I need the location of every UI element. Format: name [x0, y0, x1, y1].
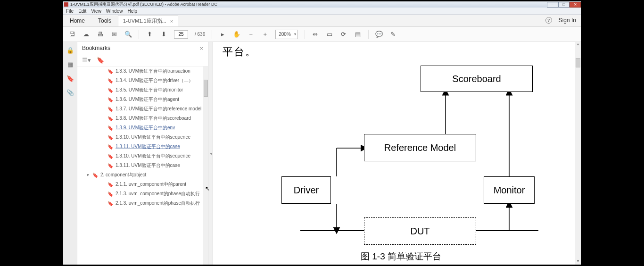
tab-document-label: 1-UVM1.1应用指... — [123, 17, 166, 25]
bookmarks-list[interactable]: 🔖1.3.3. UVM验证平台中的transaction🔖1.3.4. UVM验… — [77, 66, 208, 265]
page-scrollbar[interactable]: ▴ ▾ — [575, 42, 581, 265]
bookmark-label: 1.3.10. UVM验证平台中的sequence — [116, 153, 190, 159]
bookmark-icon: 🔖 — [107, 78, 113, 83]
lock-icon[interactable]: 🔒 — [66, 47, 74, 54]
bookmark-label: 1.3.4. UVM验证平台中的driver（二） — [116, 77, 193, 84]
page-down-icon[interactable]: ⬇ — [160, 31, 167, 38]
figure-caption: 图 1-3 简单验证平台 — [361, 250, 441, 263]
new-bookmark-icon[interactable]: 🔖 — [97, 57, 104, 64]
menu-window[interactable]: Window — [106, 8, 123, 14]
zoom-select[interactable]: 200% — [275, 30, 298, 39]
selection-icon[interactable]: ▸ — [219, 31, 226, 38]
panel-collapse-handle[interactable]: ◂ — [208, 42, 213, 265]
close-button[interactable]: ✕ — [570, 2, 581, 8]
twisty-icon[interactable]: ▾ — [86, 173, 90, 177]
zoom-in-icon[interactable]: + — [261, 31, 269, 38]
thumbnails-icon[interactable]: ▦ — [66, 61, 74, 68]
tab-home[interactable]: Home — [63, 15, 91, 26]
highlight-icon[interactable]: ✎ — [389, 31, 397, 38]
node-scoreboard: Scoreboard — [421, 66, 533, 92]
bookmarks-scroll-thumb[interactable] — [204, 80, 208, 97]
bookmark-icon: 🔖 — [107, 125, 113, 131]
help-icon[interactable]: ? — [545, 17, 552, 24]
bookmark-icon: 🔖 — [107, 116, 113, 121]
fit-width-icon[interactable]: ⇔ — [312, 31, 319, 38]
menu-edit[interactable]: Edit — [78, 8, 86, 14]
text-fragment: 平台。 — [223, 45, 256, 59]
close-panel-icon[interactable]: × — [199, 45, 203, 52]
hand-icon[interactable]: ✋ — [233, 31, 240, 38]
comment-icon[interactable]: 💬 — [375, 31, 383, 38]
page-scroll-thumb[interactable] — [576, 58, 580, 67]
bookmark-icon: 🔖 — [92, 173, 98, 178]
bookmark-label: 2.1.3. uvm_component的phase自动执行 — [116, 191, 200, 197]
bookmark-item[interactable]: 🔖1.3.9. UVM验证平台中的env — [77, 123, 208, 133]
menu-file[interactable]: File — [66, 8, 74, 14]
workspace: 🔒 ▦ 🔖 📎 Bookmarks × ☰▾ 🔖 🔖1.3.3. UVM验证平台… — [63, 42, 581, 265]
separator — [139, 30, 139, 39]
bookmark-icon: 🔖 — [107, 107, 113, 112]
page-up-icon[interactable]: ⬆ — [146, 31, 153, 38]
node-monitor: Monitor — [484, 176, 535, 204]
window-title: 1-UVM1.1应用指南及源代码分析.pdf (SECURED) - Adobe… — [70, 1, 217, 8]
attachments-icon[interactable]: 📎 — [66, 89, 74, 97]
bookmark-item[interactable]: 🔖1.3.5. UVM验证平台中的monitor — [77, 85, 208, 95]
bookmark-icon: 🔖 — [107, 97, 113, 102]
bookmarks-tools: ☰▾ 🔖 — [77, 54, 208, 66]
bookmark-item[interactable]: 🔖1.3.11. UVM验证平台中的case — [77, 161, 208, 170]
save-icon[interactable]: 🖫 — [68, 31, 75, 38]
bookmark-label: 1.3.11. UVM验证平台中的case — [116, 162, 180, 169]
bookmark-item[interactable]: 🔖1.3.7. UVM验证平台中的reference model — [77, 104, 208, 114]
bookmark-item[interactable]: 🔖1.3.4. UVM验证平台中的driver（二） — [77, 76, 208, 85]
bookmark-label: 1.3.8. UVM验证平台中的scoreboard — [116, 115, 191, 122]
toolbar: 🖫 ☁ 🖶 ✉ 🔍 ⬆ ⬇ / 636 ▸ ✋ − + 200% ⇔ ▭ ⟳ ▤… — [63, 27, 581, 42]
tab-document[interactable]: 1-UVM1.1应用指... × — [118, 15, 178, 26]
bookmark-label: 1.3.10. UVM验证平台中的sequence — [116, 134, 190, 141]
scroll-up-icon[interactable]: ▴ — [575, 42, 581, 48]
bookmark-label: 2.1.1. uvm_component中的parent — [116, 181, 186, 188]
bookmarks-icon[interactable]: 🔖 — [66, 75, 74, 83]
bookmark-icon: 🔖 — [107, 69, 113, 74]
rotate-icon[interactable]: ⟳ — [340, 31, 347, 38]
bookmark-icon: 🔖 — [107, 135, 113, 140]
bookmark-item[interactable]: 🔖1.3.10. UVM验证平台中的sequence — [77, 151, 208, 161]
bookmark-item[interactable]: 🔖1.3.11. UVM验证平台中的case — [77, 142, 208, 151]
bookmark-item[interactable]: 🔖1.3.3. UVM验证平台中的transaction — [77, 66, 208, 76]
bookmark-item[interactable]: 🔖1.3.10. UVM验证平台中的sequence — [77, 133, 208, 142]
minimize-button[interactable]: – — [547, 2, 558, 8]
maximize-button[interactable]: □ — [558, 2, 570, 8]
cloud-icon[interactable]: ☁ — [82, 31, 90, 38]
bookmark-item[interactable]: ▾🔖2. component与object — [77, 170, 208, 180]
options-icon[interactable]: ☰▾ — [82, 57, 91, 64]
bookmark-item[interactable]: 🔖2.1.3. uvm_component的phase自动执行 — [77, 199, 208, 208]
tab-close-icon[interactable]: × — [170, 18, 173, 24]
menu-help[interactable]: Help — [127, 8, 137, 14]
bookmark-item[interactable]: 🔖1.3.8. UVM验证平台中的scoreboard — [77, 114, 208, 123]
fit-page-icon[interactable]: ▭ — [326, 31, 333, 38]
menu-view[interactable]: View — [91, 8, 101, 14]
separator — [305, 30, 305, 39]
scroll-down-icon[interactable]: ▾ — [575, 259, 581, 265]
separator — [212, 30, 212, 39]
bookmark-label: 1.3.5. UVM验证平台中的monitor — [116, 87, 183, 93]
mail-icon[interactable]: ✉ — [110, 31, 118, 38]
bookmark-icon: 🔖 — [107, 182, 113, 187]
bookmark-icon: 🔖 — [107, 154, 113, 159]
tab-tools[interactable]: Tools — [91, 15, 118, 26]
signin-link[interactable]: Sign In — [559, 17, 576, 24]
print-icon[interactable]: 🖶 — [96, 31, 104, 38]
signin-area: ? Sign In — [545, 17, 576, 24]
node-refmodel: Reference Model — [364, 134, 476, 161]
bookmark-item[interactable]: 🔖2.1.3. uvm_component的phase自动执行 — [77, 189, 208, 199]
bookmark-item[interactable]: 🔖1.3.6. UVM验证平台中的agent — [77, 95, 208, 104]
titlebar: 1-UVM1.1应用指南及源代码分析.pdf (SECURED) - Adobe… — [63, 1, 581, 8]
page-view[interactable]: 平台。 — [213, 42, 581, 265]
search-icon[interactable]: 🔍 — [124, 31, 132, 38]
read-mode-icon[interactable]: ▤ — [354, 31, 362, 38]
window-buttons: – □ ✕ — [547, 2, 581, 8]
bookmark-label: 1.3.9. UVM验证平台中的env — [116, 125, 175, 131]
zoom-out-icon[interactable]: − — [247, 31, 255, 38]
bookmark-item[interactable]: 🔖2.1.1. uvm_component中的parent — [77, 180, 208, 189]
node-dut: DUT — [364, 217, 476, 245]
page-number-input[interactable] — [174, 30, 188, 39]
